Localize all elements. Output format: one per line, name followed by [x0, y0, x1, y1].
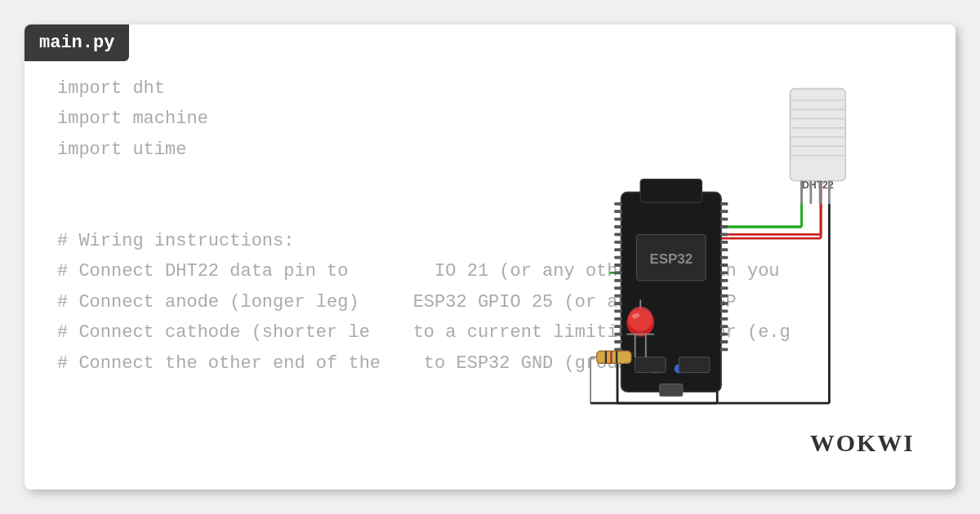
svg-rect-15 — [614, 218, 621, 221]
svg-rect-13 — [614, 202, 621, 206]
svg-rect-19 — [614, 248, 621, 251]
svg-rect-47 — [720, 310, 728, 313]
svg-rect-48 — [720, 317, 728, 321]
svg-rect-25 — [614, 295, 621, 298]
svg-rect-52 — [720, 348, 728, 352]
svg-rect-42 — [720, 272, 728, 275]
svg-rect-17 — [614, 233, 621, 237]
svg-rect-50 — [720, 333, 728, 336]
svg-rect-56 — [635, 357, 666, 373]
svg-rect-57 — [679, 357, 710, 373]
svg-rect-35 — [720, 218, 728, 221]
svg-rect-22 — [614, 272, 621, 275]
main-card: main.py import dht import machine import… — [24, 24, 956, 490]
svg-rect-55 — [660, 384, 683, 397]
svg-rect-38 — [720, 241, 728, 244]
svg-rect-14 — [614, 210, 621, 213]
svg-rect-46 — [720, 302, 728, 305]
svg-rect-36 — [720, 225, 728, 228]
svg-rect-34 — [720, 210, 728, 213]
svg-rect-18 — [614, 241, 621, 244]
tab-label[interactable]: main.py — [24, 24, 129, 61]
svg-rect-26 — [614, 302, 621, 305]
svg-rect-28 — [614, 317, 621, 321]
svg-rect-43 — [720, 279, 728, 282]
svg-rect-49 — [720, 325, 728, 328]
svg-text:ESP32: ESP32 — [649, 251, 693, 267]
svg-rect-45 — [720, 295, 728, 298]
svg-rect-68 — [597, 351, 631, 363]
svg-rect-16 — [614, 225, 621, 228]
svg-rect-20 — [614, 256, 621, 259]
svg-rect-74 — [791, 89, 846, 181]
svg-rect-31 — [614, 340, 621, 343]
svg-rect-39 — [720, 248, 728, 251]
svg-rect-24 — [614, 286, 621, 290]
svg-rect-44 — [720, 286, 728, 290]
circuit-area: ESP32 — [457, 73, 931, 457]
svg-rect-29 — [614, 325, 621, 328]
svg-rect-27 — [614, 310, 621, 313]
svg-rect-51 — [720, 340, 728, 343]
wokwi-logo: WOKWI — [810, 429, 915, 457]
svg-rect-41 — [720, 264, 728, 267]
svg-rect-10 — [640, 179, 702, 202]
svg-rect-37 — [720, 233, 728, 237]
svg-rect-23 — [614, 279, 621, 282]
svg-rect-33 — [720, 202, 728, 206]
svg-point-60 — [628, 307, 653, 331]
svg-rect-21 — [614, 264, 621, 267]
svg-rect-30 — [614, 333, 621, 336]
svg-rect-40 — [720, 256, 728, 259]
circuit-svg: ESP32 — [457, 73, 931, 457]
